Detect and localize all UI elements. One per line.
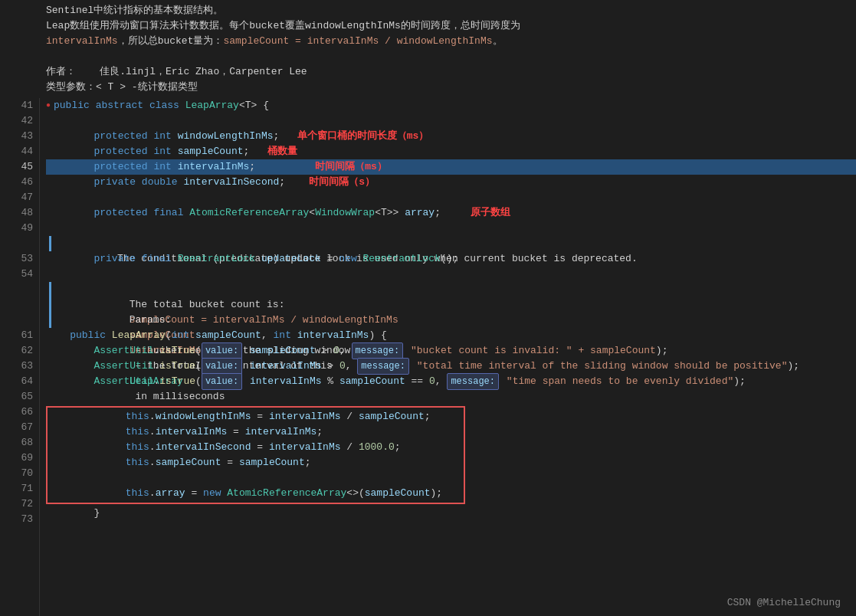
num-0-63: 0 [339,359,346,374]
red-box-block: this . windowLengthInMs = intervalInMs /… [46,406,465,504]
ln-73: 73 [6,512,33,527]
samplecount-71: sampleCount [365,486,431,501]
type-reentrantlock: ReentrantLock [178,251,255,267]
tag-value-63: value: [202,358,242,375]
field-intervalinms: intervalInMs [178,159,250,175]
tag-message-64: message: [447,373,499,390]
javadoc-line-3: intervalInMs – the total time interval o… [49,313,856,328]
kw-new-71: new [203,486,221,501]
kw-int-45: int [153,159,171,175]
ln-54: 54 [6,267,33,282]
annotation-46: 时间间隔（s） [309,175,375,190]
ln-66: 66 [6,405,33,420]
istrue-64: isTrue [159,374,195,389]
doc-line-1: Sentinel中统计指标的基本数据结构。 [46,3,856,18]
doc-comment-top: Sentinel中统计指标的基本数据结构。 Leap数组使用滑动窗口算法来计数数… [0,0,856,98]
code-line-48: protected final AtomicReferenceArray < W… [46,205,856,221]
intervalinms-64: intervalInMs [250,374,322,389]
param-intervalinms-61: intervalInMs [297,328,369,343]
code-area: 41 42 43 44 45 46 47 48 49 53 54 61 62 6… [0,98,856,616]
ln-67: 67 [6,420,33,435]
istrue-62: isTrue [159,343,195,359]
type-windowwrap: WindowWrap [315,205,375,221]
field-array-71: array [156,486,185,501]
javadoc-constructor-block: The total bucket count is: sampleCount =… [46,282,856,328]
ln-63: 63 [6,359,33,374]
code-line-73 [46,521,856,536]
comment-block-updatelock: The conditional (predicate) update lock … [46,236,856,251]
kw-protected-43: protected [93,129,147,144]
ln-45: 45 [6,159,33,175]
code-line-71: this . array = new AtomicReferenceArray … [54,486,458,501]
kw-final-53: final [142,251,172,267]
kw-this-71: this [126,486,149,501]
csdn-watermark: CSDN @MichelleChung [727,597,841,608]
assertutil-64: AssertUtil [93,374,153,389]
ln-70: 70 [6,466,33,481]
field-68: intervalInSecond [156,440,251,455]
num-1000-68: 1000.0 [359,440,395,455]
ln-44: 44 [6,144,33,159]
annotation-43: 单个窗口桶的时间长度（ms） [297,129,429,144]
editor-container: Sentinel中统计指标的基本数据结构。 Leap数组使用滑动窗口算法来计数数… [0,0,856,616]
tag-message-62: message: [352,342,404,359]
doc-line-2: Leap数组使用滑动窗口算法来计数数据。每个bucket覆盖windowLeng… [46,18,856,34]
ln-jd1 [6,282,33,297]
code-line-69: this . sampleCount = sampleCount ; [54,455,458,470]
kw-this-68: this [126,440,149,455]
kw-final-48: final [153,205,183,221]
sample-69: sampleCount [239,455,305,470]
code-line-41: ● public abstract class LeapArray <T> { [46,98,856,113]
field-updatelock: updateLock [261,251,321,267]
doc-author: 作者： 佳良.linjl，Eric Zhao，Carpenter Lee [46,64,856,80]
field-67: intervalInMs [156,424,228,440]
code-line-45: protected int intervalInMs ; 时间间隔（ms） [46,159,856,175]
code-line-66: this . windowLengthInMs = intervalInMs /… [54,409,458,424]
kw-private-53: private [93,251,136,267]
javadoc-constructor-l1: The total bucket count is: sampleCount =… [57,282,398,297]
ln-64: 64 [6,374,33,389]
kw-int-61a: int [172,328,189,343]
str-63: "total time interval of the sliding wind… [417,359,788,374]
ln-jd3 [6,313,33,328]
ln-61: 61 [6,328,33,343]
samplecount-64: sampleCount [339,374,405,389]
javadoc-line-1: The total bucket count is: sampleCount =… [49,282,856,297]
kw-int-61b: int [274,328,291,343]
interval-68: intervalInMs [269,440,341,455]
ln-71: 71 [6,481,33,496]
comment-updatelock-text: The conditional (predicate) update lock … [57,236,638,251]
ln-62: 62 [6,343,33,359]
kw-this-69: this [126,455,149,470]
javadoc-constructor-l3: intervalInMs – the total time interval o… [57,313,339,328]
ln-41: 41 [6,98,33,113]
code-line-67: this . intervalInMs = intervalInMs ; [54,424,458,440]
annotation-48: 原子数组 [471,205,510,221]
code-line-61: public LeapArray ( int sampleCount , int… [46,328,856,343]
assertutil-62: AssertUtil [93,343,153,359]
code-line-70 [54,470,458,486]
param-samplecount-61: sampleCount [195,328,261,343]
num-0-64: 0 [429,374,435,389]
ln-49: 49 [6,221,33,236]
ln-43: 43 [6,129,33,144]
kw-public-61: public [70,328,106,343]
ln-53: 53 [6,251,33,267]
tag-message-63: message: [357,358,409,375]
ln-68: 68 [6,435,33,451]
ln-65: 65 [6,389,33,405]
ln-69: 69 [6,451,33,466]
field-intervalinsecond: intervalInSecond [183,175,279,190]
interval-67: intervalInMs [245,424,317,440]
ln-47: 47 [6,190,33,205]
code-content: ● public abstract class LeapArray <T> { … [40,98,856,616]
field-array: array [405,205,435,221]
istrue-63: isTrue [159,359,195,374]
kw-private-46: private [93,175,136,190]
doc-line-3: intervalInMs，所以总bucket量为：sampleCount = i… [46,34,856,49]
code-line-72: } [46,506,856,521]
kw-protected-48: protected [93,205,147,221]
code-line-47 [46,190,856,205]
intervalinms-63: intervalInMs [250,359,322,374]
ln-blank-comment [6,236,33,251]
